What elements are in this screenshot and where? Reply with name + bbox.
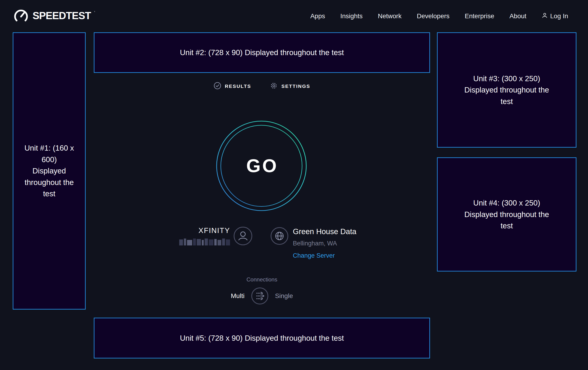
client-info: XFINITY <box>179 226 230 245</box>
go-button[interactable]: GO <box>215 120 308 212</box>
client-isp-name: XFINITY <box>198 226 230 235</box>
go-button-label: GO <box>215 120 308 212</box>
nav-item-network[interactable]: Network <box>378 12 402 20</box>
ad-unit-2[interactable]: Unit #2: (728 x 90) Displayed throughout… <box>94 32 430 73</box>
connections-multi-option[interactable]: Multi <box>231 292 245 300</box>
ad-unit-1-label: Unit #1: (160 x 600) Displayed throughou… <box>24 142 74 200</box>
results-settings-tabs: RESULTS SETTINGS <box>94 82 430 91</box>
tab-results-label: RESULTS <box>225 83 251 89</box>
tab-settings[interactable]: SETTINGS <box>270 82 310 91</box>
connections-toggle-row: Multi Single <box>94 287 430 305</box>
nav-item-enterprise[interactable]: Enterprise <box>465 12 494 20</box>
nav-item-about[interactable]: About <box>509 12 526 20</box>
ip-address-redacted <box>179 238 230 245</box>
main-nav: Apps Insights Network Developers Enterpr… <box>310 12 568 20</box>
gear-icon <box>270 82 278 91</box>
ad-unit-5[interactable]: Unit #5: (728 x 90) Displayed throughout… <box>94 318 430 359</box>
globe-circle-icon <box>271 227 288 246</box>
logo-wordmark: SPEEDTEST <box>32 7 91 24</box>
speedometer-icon <box>13 7 29 25</box>
user-icon <box>542 12 548 20</box>
nav-item-insights[interactable]: Insights <box>340 12 363 20</box>
ad-unit-2-label: Unit #2: (728 x 90) Displayed throughout… <box>180 47 344 58</box>
speedtest-logo[interactable]: SPEEDTEST ’ <box>13 7 95 25</box>
multi-connection-icon[interactable] <box>251 287 269 305</box>
server-name: Green House Data <box>293 227 356 236</box>
user-circle-icon <box>233 227 252 246</box>
logo-trademark: ’ <box>94 11 95 15</box>
connections-title: Connections <box>94 276 430 283</box>
top-nav-bar: SPEEDTEST ’ Apps Insights Network Develo… <box>0 0 588 32</box>
check-circle-icon <box>214 82 221 91</box>
ad-unit-1[interactable]: Unit #1: (160 x 600) Displayed throughou… <box>13 32 86 310</box>
nav-item-apps[interactable]: Apps <box>310 12 325 20</box>
change-server-link[interactable]: Change Server <box>293 252 335 259</box>
ad-unit-3[interactable]: Unit #3: (300 x 250) Displayed throughou… <box>437 32 577 148</box>
tab-results[interactable]: RESULTS <box>214 82 251 91</box>
speedtest-page: SPEEDTEST ’ Apps Insights Network Develo… <box>0 0 588 370</box>
server-info: Green House Data Bellingham, WA Change S… <box>293 227 356 259</box>
tab-settings-label: SETTINGS <box>281 83 310 89</box>
server-location: Bellingham, WA <box>293 240 337 247</box>
ad-unit-4-label: Unit #4: (300 x 250) Displayed throughou… <box>461 197 553 232</box>
ad-unit-4[interactable]: Unit #4: (300 x 250) Displayed throughou… <box>437 157 577 271</box>
ad-unit-5-label: Unit #5: (728 x 90) Displayed throughout… <box>180 332 344 344</box>
connections-single-option[interactable]: Single <box>275 292 293 300</box>
nav-item-developers[interactable]: Developers <box>417 12 450 20</box>
ad-unit-3-label: Unit #3: (300 x 250) Displayed throughou… <box>461 73 553 107</box>
nav-item-login[interactable]: Log In <box>542 12 568 20</box>
